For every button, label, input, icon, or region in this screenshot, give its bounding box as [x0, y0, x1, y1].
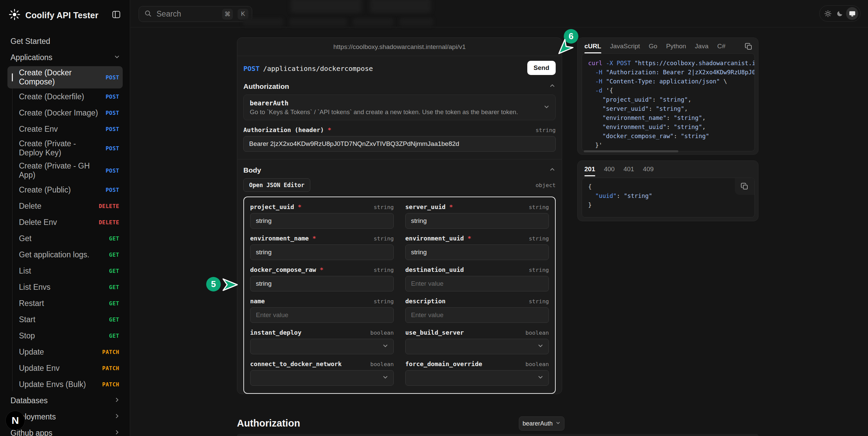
- sidebar-item-delete[interactable]: DeleteDELETE: [7, 198, 123, 214]
- field-input-instant_deploy[interactable]: [250, 339, 394, 354]
- sidebar-item-label: Delete: [19, 202, 41, 211]
- sidebar-item-update[interactable]: UpdatePATCH: [7, 344, 123, 360]
- method-badge: GET: [109, 250, 119, 259]
- response-status-tabs: 201400401409: [578, 161, 758, 176]
- sidebar-item-create-docker-compose[interactable]: Create (Docker Compose)POST: [7, 66, 123, 88]
- next-section-edge: [237, 434, 758, 436]
- status-tab-409[interactable]: 409: [643, 165, 654, 176]
- horizontal-scrollbar[interactable]: [584, 150, 678, 152]
- field-force_domain_override: force_domain_overrideboolean: [405, 360, 549, 386]
- code-tab-java[interactable]: Java: [695, 43, 708, 53]
- chevron-up-icon: [549, 166, 556, 174]
- avatar[interactable]: N: [5, 411, 25, 430]
- field-name: connect_to_docker_network: [250, 360, 342, 367]
- sidebar-item-update-envs-bulk[interactable]: Update Envs (Bulk)PATCH: [7, 376, 123, 392]
- field-label-row: namestring: [250, 298, 394, 305]
- code-tab-javascript[interactable]: JavaScript: [610, 43, 640, 53]
- sidebar-group-label: Applications: [10, 53, 52, 62]
- sidebar: Coolify API Tester Get Started Applicati…: [0, 0, 130, 436]
- code-tab-go[interactable]: Go: [649, 43, 657, 53]
- code-tab-c[interactable]: C#: [717, 43, 725, 53]
- sidebar-item-list[interactable]: ListGET: [7, 263, 123, 279]
- theme-system-monitor-icon[interactable]: [846, 7, 858, 20]
- status-tab-400[interactable]: 400: [604, 165, 615, 176]
- sidebar-item-label: Get: [19, 234, 31, 243]
- field-type: string: [529, 204, 549, 210]
- sidebar-item-list-envs[interactable]: List EnvsGET: [7, 279, 123, 295]
- app-title: Coolify API Tester: [25, 10, 106, 20]
- field-input-destination_uuid[interactable]: Enter value: [405, 276, 549, 291]
- field-name: docker_compose_raw *: [250, 266, 323, 273]
- sidebar-group-databases[interactable]: Databases: [0, 392, 130, 409]
- field-input-server_uuid[interactable]: string: [405, 213, 549, 229]
- theme-light-sun-icon[interactable]: [822, 7, 834, 20]
- field-type: string: [373, 235, 394, 242]
- topbar: Search ⌘ K: [130, 0, 868, 27]
- sidebar-header: Coolify API Tester: [0, 0, 130, 22]
- field-input-description[interactable]: Enter value: [405, 307, 549, 323]
- field-type: string: [529, 267, 549, 273]
- field-name: description: [405, 298, 445, 305]
- auth-scheme-select[interactable]: bearerAuth Go to `Keys & Tokens` / `API …: [243, 95, 556, 120]
- json-editor-row: Open JSON Editor object: [243, 178, 556, 192]
- field-input-project_uuid[interactable]: string: [250, 213, 394, 229]
- field-input-connect_to_docker_network[interactable]: [250, 370, 394, 386]
- sidebar-item-start[interactable]: StartGET: [7, 311, 123, 328]
- response-panel: 201400401409 { "uuid": "string"}: [577, 160, 758, 221]
- authorization-section-header[interactable]: Authorization: [243, 82, 556, 91]
- field-input-environment_name[interactable]: string: [250, 245, 394, 260]
- sidebar-item-restart[interactable]: RestartGET: [7, 295, 123, 311]
- sidebar-group-applications[interactable]: Applications: [0, 49, 130, 66]
- field-label-row: instant_deployboolean: [250, 329, 394, 336]
- field-input-use_build_server[interactable]: [405, 339, 549, 354]
- field-label-row: force_domain_overrideboolean: [405, 360, 549, 367]
- sidebar-item-get-application-logs[interactable]: Get application logs.GET: [7, 247, 123, 263]
- search-input[interactable]: Search ⌘ K: [139, 6, 252, 22]
- auth-header-input[interactable]: Bearer 2|zX2xo4KDw9RzU8pJ0TD7NQnZxvTIVBQ…: [243, 136, 556, 152]
- sidebar-item-get[interactable]: GetGET: [7, 230, 123, 247]
- sidebar-item-get-started[interactable]: Get Started: [0, 33, 130, 49]
- open-json-editor-button[interactable]: Open JSON Editor: [243, 178, 310, 192]
- send-button[interactable]: Send: [527, 61, 556, 75]
- sidebar-item-create-private-gh-app[interactable]: Create (Private - GH App)POST: [7, 159, 123, 182]
- field-input-docker_compose_raw[interactable]: string: [250, 276, 394, 291]
- copy-icon[interactable]: [745, 43, 753, 52]
- field-name: destination_uuid: [405, 266, 464, 273]
- chevron-right-icon: [114, 396, 120, 405]
- sidebar-item-create-public[interactable]: Create (Public)POST: [7, 182, 123, 198]
- code-line: "server_uuid": "string",: [588, 104, 754, 113]
- body-section-header[interactable]: Body: [243, 166, 556, 174]
- field-name: namestringEnter value: [250, 298, 394, 323]
- sidebar-item-update-env[interactable]: Update EnvPATCH: [7, 360, 123, 376]
- sidebar-item-create-env[interactable]: Create EnvPOST: [7, 121, 123, 137]
- status-tab-201[interactable]: 201: [584, 165, 595, 176]
- sidebar-item-create-dockerfile[interactable]: Create (Dockerfile)POST: [7, 88, 123, 105]
- code-tab-python[interactable]: Python: [666, 43, 686, 53]
- field-type: boolean: [370, 330, 394, 336]
- sidebar-item-stop[interactable]: StopGET: [7, 328, 123, 344]
- field-input-force_domain_override[interactable]: [405, 370, 549, 386]
- sidebar-item-label: Create (Private - GH App): [19, 161, 102, 180]
- sidebar-group-label: Get Started: [10, 37, 50, 46]
- http-method: POST: [243, 65, 260, 73]
- code-line: }': [588, 141, 754, 150]
- field-name: project_uuid *: [250, 203, 302, 210]
- sidebar-item-label: Update Env: [19, 364, 59, 373]
- sidebar-item-create-docker-image[interactable]: Create (Docker Image)POST: [7, 105, 123, 121]
- field-input-name[interactable]: Enter value: [250, 307, 394, 323]
- field-project_uuid: project_uuid *stringstring: [250, 203, 394, 229]
- field-input-environment_uuid[interactable]: string: [405, 245, 549, 260]
- status-tab-401[interactable]: 401: [623, 165, 634, 176]
- bearer-auth-select[interactable]: bearerAuth: [519, 416, 564, 431]
- auth-header-label: Authorization (header) *: [243, 126, 331, 133]
- copy-icon[interactable]: [735, 178, 754, 195]
- code-tab-curl[interactable]: cURL: [584, 43, 601, 53]
- theme-dark-moon-icon[interactable]: [834, 7, 846, 20]
- field-use_build_server: use_build_serverboolean: [405, 329, 549, 354]
- theme-switcher: [819, 5, 861, 22]
- sidebar-item-delete-env[interactable]: Delete EnvDELETE: [7, 214, 123, 230]
- sidebar-toggle-icon[interactable]: [112, 10, 121, 21]
- auth-header-label-row: Authorization (header) * string: [243, 126, 556, 133]
- field-type: boolean: [370, 361, 394, 367]
- sidebar-item-create-private-deploy-key[interactable]: Create (Private - Deploy Key)POST: [7, 137, 123, 159]
